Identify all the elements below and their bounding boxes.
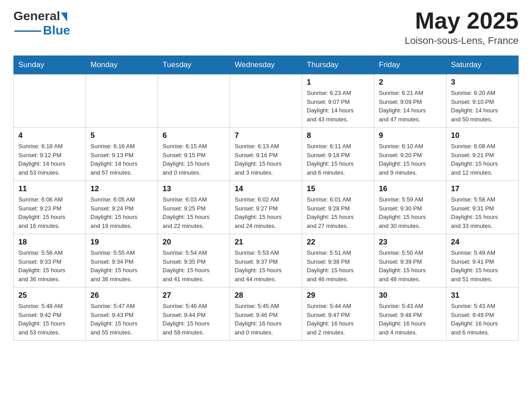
calendar-table: SundayMondayTuesdayWednesdayThursdayFrid…: [13, 56, 519, 341]
table-cell: 1Sunrise: 6:23 AMSunset: 9:07 PMDaylight…: [302, 74, 374, 128]
table-cell: 21Sunrise: 5:53 AMSunset: 9:37 PMDayligh…: [230, 234, 302, 287]
table-cell: 15Sunrise: 6:01 AMSunset: 9:28 PMDayligh…: [302, 181, 374, 234]
day-info: Sunrise: 5:51 AMSunset: 9:38 PMDaylight:…: [307, 248, 369, 283]
day-info: Sunrise: 6:02 AMSunset: 9:27 PMDaylight:…: [235, 195, 297, 230]
table-cell: 17Sunrise: 5:58 AMSunset: 9:31 PMDayligh…: [446, 181, 519, 234]
table-cell: 31Sunrise: 5:43 AMSunset: 9:49 PMDayligh…: [446, 287, 519, 341]
day-info: Sunrise: 6:23 AMSunset: 9:07 PMDaylight:…: [307, 89, 369, 124]
table-cell: 26Sunrise: 5:47 AMSunset: 9:43 PMDayligh…: [86, 287, 158, 341]
day-number: 4: [18, 131, 81, 140]
page-header: General Blue May 2025 Loison-sous-Lens, …: [13, 9, 519, 47]
day-info: Sunrise: 6:21 AMSunset: 9:09 PMDaylight:…: [379, 89, 442, 124]
table-cell: 29Sunrise: 5:44 AMSunset: 9:47 PMDayligh…: [302, 287, 374, 341]
day-number: 21: [235, 238, 297, 247]
day-number: 9: [379, 131, 442, 140]
day-info: Sunrise: 6:20 AMSunset: 9:10 PMDaylight:…: [451, 89, 514, 124]
month-title: May 2025: [405, 9, 519, 32]
weekday-header-friday: Friday: [374, 56, 446, 74]
day-number: 6: [163, 131, 225, 140]
day-info: Sunrise: 5:47 AMSunset: 9:43 PMDaylight:…: [90, 302, 153, 337]
day-number: 12: [90, 184, 153, 193]
day-number: 27: [163, 291, 225, 300]
logo-triangle-icon: [61, 13, 67, 21]
table-cell: 19Sunrise: 5:55 AMSunset: 9:34 PMDayligh…: [86, 234, 158, 287]
day-number: 29: [307, 291, 369, 300]
day-number: 8: [307, 131, 369, 140]
week-row-1: 1Sunrise: 6:23 AMSunset: 9:07 PMDaylight…: [14, 74, 519, 128]
table-cell: 9Sunrise: 6:10 AMSunset: 9:20 PMDaylight…: [374, 128, 446, 181]
day-info: Sunrise: 5:55 AMSunset: 9:34 PMDaylight:…: [90, 248, 153, 283]
table-cell: 22Sunrise: 5:51 AMSunset: 9:38 PMDayligh…: [302, 234, 374, 287]
day-info: Sunrise: 5:43 AMSunset: 9:49 PMDaylight:…: [451, 302, 514, 337]
weekday-header-row: SundayMondayTuesdayWednesdayThursdayFrid…: [14, 56, 519, 74]
day-number: 19: [90, 238, 153, 247]
day-info: Sunrise: 6:15 AMSunset: 9:15 PMDaylight:…: [163, 142, 225, 177]
day-number: 24: [451, 238, 514, 247]
table-cell: 2Sunrise: 6:21 AMSunset: 9:09 PMDaylight…: [374, 74, 446, 128]
day-number: 20: [163, 238, 225, 247]
day-number: 5: [90, 131, 153, 140]
location-title: Loison-sous-Lens, France: [405, 35, 519, 47]
day-info: Sunrise: 6:10 AMSunset: 9:20 PMDaylight:…: [379, 142, 442, 177]
week-row-2: 4Sunrise: 6:18 AMSunset: 9:12 PMDaylight…: [14, 128, 519, 181]
day-info: Sunrise: 6:13 AMSunset: 9:16 PMDaylight:…: [235, 142, 297, 177]
day-info: Sunrise: 6:06 AMSunset: 9:23 PMDaylight:…: [18, 195, 81, 230]
weekday-header-sunday: Sunday: [14, 56, 86, 74]
table-cell: [86, 74, 158, 128]
table-cell: 28Sunrise: 5:45 AMSunset: 9:46 PMDayligh…: [230, 287, 302, 341]
day-info: Sunrise: 6:05 AMSunset: 9:24 PMDaylight:…: [90, 195, 153, 230]
logo-general-text: General: [13, 9, 60, 23]
weekday-header-saturday: Saturday: [446, 56, 519, 74]
table-cell: 27Sunrise: 5:46 AMSunset: 9:44 PMDayligh…: [158, 287, 230, 341]
day-number: 22: [307, 238, 369, 247]
title-block: May 2025 Loison-sous-Lens, France: [405, 9, 519, 47]
table-cell: 8Sunrise: 6:11 AMSunset: 9:18 PMDaylight…: [302, 128, 374, 181]
day-info: Sunrise: 5:50 AMSunset: 9:39 PMDaylight:…: [379, 248, 442, 283]
day-info: Sunrise: 5:49 AMSunset: 9:41 PMDaylight:…: [451, 248, 514, 283]
day-info: Sunrise: 5:56 AMSunset: 9:33 PMDaylight:…: [18, 248, 81, 283]
table-cell: 6Sunrise: 6:15 AMSunset: 9:15 PMDaylight…: [158, 128, 230, 181]
table-cell: 30Sunrise: 5:43 AMSunset: 9:48 PMDayligh…: [374, 287, 446, 341]
table-cell: 3Sunrise: 6:20 AMSunset: 9:10 PMDaylight…: [446, 74, 519, 128]
day-info: Sunrise: 5:43 AMSunset: 9:48 PMDaylight:…: [379, 302, 442, 337]
table-cell: 12Sunrise: 6:05 AMSunset: 9:24 PMDayligh…: [86, 181, 158, 234]
day-number: 11: [18, 184, 81, 193]
day-info: Sunrise: 5:46 AMSunset: 9:44 PMDaylight:…: [163, 302, 225, 337]
table-cell: 16Sunrise: 5:59 AMSunset: 9:30 PMDayligh…: [374, 181, 446, 234]
day-info: Sunrise: 5:44 AMSunset: 9:47 PMDaylight:…: [307, 302, 369, 337]
day-info: Sunrise: 5:53 AMSunset: 9:37 PMDaylight:…: [235, 248, 297, 283]
day-number: 14: [235, 184, 297, 193]
table-cell: [230, 74, 302, 128]
day-number: 2: [379, 78, 442, 87]
table-cell: [158, 74, 230, 128]
day-info: Sunrise: 5:45 AMSunset: 9:46 PMDaylight:…: [235, 302, 297, 337]
week-row-5: 25Sunrise: 5:48 AMSunset: 9:42 PMDayligh…: [14, 287, 519, 341]
logo-line: [14, 30, 41, 32]
table-cell: 18Sunrise: 5:56 AMSunset: 9:33 PMDayligh…: [14, 234, 86, 287]
day-info: Sunrise: 5:48 AMSunset: 9:42 PMDaylight:…: [18, 302, 81, 337]
table-cell: 7Sunrise: 6:13 AMSunset: 9:16 PMDaylight…: [230, 128, 302, 181]
day-info: Sunrise: 6:03 AMSunset: 9:25 PMDaylight:…: [163, 195, 225, 230]
weekday-header-wednesday: Wednesday: [230, 56, 302, 74]
weekday-header-monday: Monday: [86, 56, 158, 74]
day-info: Sunrise: 5:54 AMSunset: 9:35 PMDaylight:…: [163, 248, 225, 283]
table-cell: 20Sunrise: 5:54 AMSunset: 9:35 PMDayligh…: [158, 234, 230, 287]
day-info: Sunrise: 6:01 AMSunset: 9:28 PMDaylight:…: [307, 195, 369, 230]
weekday-header-thursday: Thursday: [302, 56, 374, 74]
table-cell: [14, 74, 86, 128]
day-number: 3: [451, 78, 514, 87]
day-number: 16: [379, 184, 442, 193]
table-cell: 25Sunrise: 5:48 AMSunset: 9:42 PMDayligh…: [14, 287, 86, 341]
week-row-4: 18Sunrise: 5:56 AMSunset: 9:33 PMDayligh…: [14, 234, 519, 287]
day-number: 15: [307, 184, 369, 193]
day-number: 1: [307, 78, 369, 87]
table-cell: 14Sunrise: 6:02 AMSunset: 9:27 PMDayligh…: [230, 181, 302, 234]
day-info: Sunrise: 5:58 AMSunset: 9:31 PMDaylight:…: [451, 195, 514, 230]
table-cell: 10Sunrise: 6:08 AMSunset: 9:21 PMDayligh…: [446, 128, 519, 181]
day-number: 13: [163, 184, 225, 193]
day-number: 17: [451, 184, 514, 193]
day-info: Sunrise: 6:16 AMSunset: 9:13 PMDaylight:…: [90, 142, 153, 177]
table-cell: 24Sunrise: 5:49 AMSunset: 9:41 PMDayligh…: [446, 234, 519, 287]
table-cell: 5Sunrise: 6:16 AMSunset: 9:13 PMDaylight…: [86, 128, 158, 181]
day-info: Sunrise: 5:59 AMSunset: 9:30 PMDaylight:…: [379, 195, 442, 230]
